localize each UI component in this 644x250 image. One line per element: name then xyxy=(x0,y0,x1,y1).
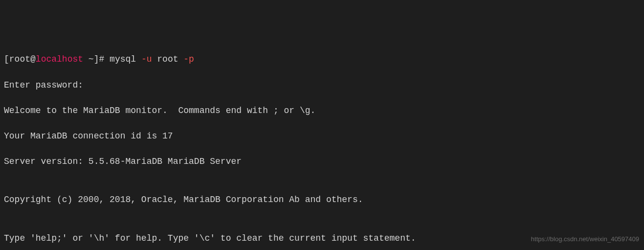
prompt-open: [ xyxy=(4,54,9,64)
welcome-line: Welcome to the MariaDB monitor. Commands… xyxy=(4,104,640,117)
shell-prompt-line[interactable]: [root@localhost ~]# mysql -u root -p xyxy=(4,53,640,66)
copyright-line: Copyright (c) 2000, 2018, Oracle, MariaD… xyxy=(4,193,640,206)
command-arg-mid: root xyxy=(152,54,184,64)
command-name: mysql xyxy=(110,54,141,64)
watermark-text: https://blog.csdn.net/weixin_40597409 xyxy=(531,235,639,244)
command-arg-p: -p xyxy=(183,54,194,64)
prompt-host: localhost xyxy=(36,54,83,64)
prompt-path: ~]# xyxy=(83,54,110,64)
connection-id-line: Your MariaDB connection id is 17 xyxy=(4,130,640,142)
server-version-line: Server version: 5.5.68-MariaDB MariaDB S… xyxy=(4,155,640,168)
command-arg-u: -u xyxy=(141,54,152,64)
prompt-user: root xyxy=(9,54,30,64)
password-prompt[interactable]: Enter password: xyxy=(4,79,640,91)
prompt-at: @ xyxy=(30,54,36,64)
